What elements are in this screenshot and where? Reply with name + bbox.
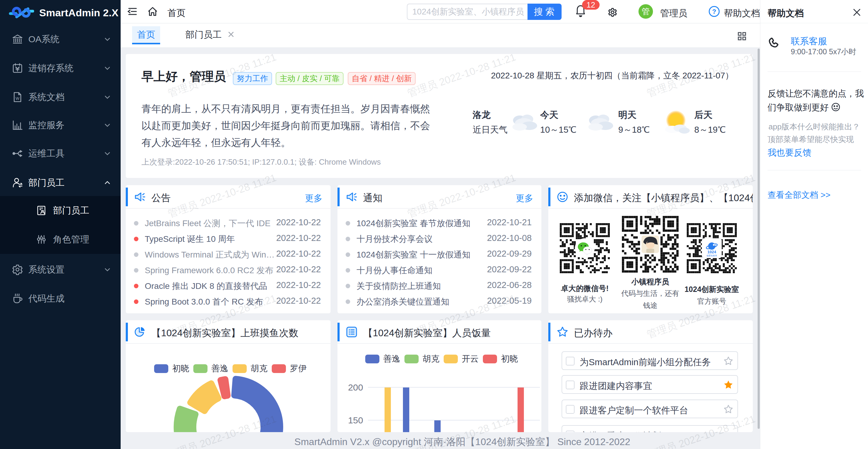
svg-text:150: 150 <box>348 415 363 425</box>
svg-text:?: ? <box>712 8 716 15</box>
svg-text:创新实验室: 创新实验室 <box>707 254 717 257</box>
svg-text:200: 200 <box>348 382 363 392</box>
svg-text:1024: 1024 <box>708 250 717 254</box>
svg-text:W: W <box>16 96 20 101</box>
